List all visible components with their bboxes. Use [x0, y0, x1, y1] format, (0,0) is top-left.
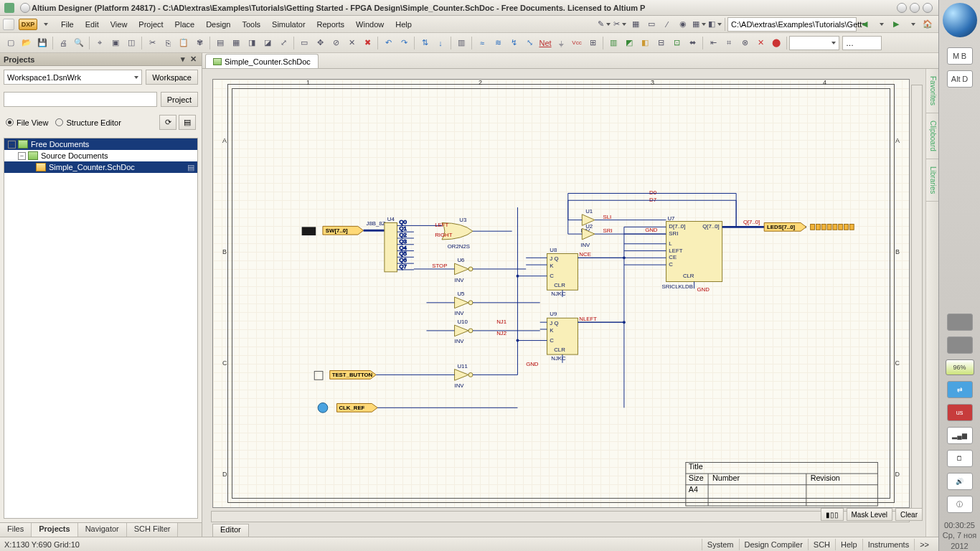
tray-volume-icon[interactable]: 🔊 [947, 473, 973, 490]
place-power-gnd-icon[interactable]: ⏚ [554, 36, 568, 50]
harness-entry-icon[interactable]: ⊡ [669, 36, 684, 50]
menu-simulator[interactable]: Simulator [266, 18, 311, 31]
place-wire-icon[interactable]: ≈ [475, 36, 489, 50]
copy-icon[interactable]: ⎘ [161, 36, 175, 50]
nav-back-drop[interactable] [873, 17, 887, 32]
menu-view[interactable]: View [105, 18, 133, 31]
stab-sch[interactable]: SCH [808, 539, 835, 550]
tab-projects[interactable]: Projects [32, 523, 77, 537]
tab-sch-filter[interactable]: SCH Filter [127, 523, 179, 537]
tool-chip-icon[interactable]: ▦ [628, 17, 643, 32]
horizontal-scrollbar[interactable] [211, 511, 910, 522]
mask-combo[interactable]: … [842, 36, 882, 50]
tray-drive2-icon[interactable] [947, 336, 973, 354]
tray-notes-icon[interactable]: 🗒 [947, 450, 973, 467]
zoom-fit-icon[interactable]: ▣ [108, 36, 123, 50]
undo-icon[interactable]: ↶ [381, 36, 395, 50]
tab-files[interactable]: Files [0, 523, 32, 537]
nav-fwd-drop[interactable] [905, 17, 919, 32]
selrect-icon[interactable]: ▭ [297, 36, 311, 50]
nav-home-icon[interactable]: 🏠 [920, 17, 935, 32]
mask-level-button[interactable]: Mask Level [847, 508, 893, 521]
app-menu-icon[interactable] [3, 19, 14, 30]
cross-icon[interactable]: ✕ [753, 36, 768, 50]
tree-config-icon[interactable]: ▤ [179, 115, 196, 130]
menu-tools[interactable]: Tools [236, 18, 266, 31]
browse-icon[interactable]: ▥ [454, 36, 468, 50]
stab-system[interactable]: System [702, 539, 739, 550]
tool-node-icon[interactable]: ◉ [676, 17, 690, 32]
place-netlabel-icon[interactable]: Net [538, 36, 552, 50]
dock-launcher-2[interactable]: Alt D [947, 70, 973, 88]
projects-tree[interactable]: −Free Documents −Source Documents Simple… [4, 138, 198, 519]
paste-icon[interactable]: 📋 [176, 36, 191, 50]
battery-indicator[interactable]: 96% [946, 359, 974, 375]
stamp-icon[interactable]: ✾ [192, 36, 207, 50]
maximize-button[interactable] [910, 3, 920, 13]
hier-icon[interactable]: ◨ [245, 36, 259, 50]
zoom-window-icon[interactable]: ⌖ [93, 36, 107, 50]
globe-icon[interactable] [943, 3, 977, 37]
nav-fwd-button[interactable]: ▶ [889, 17, 903, 32]
stab-help[interactable]: Help [835, 539, 862, 550]
move-icon[interactable]: ✥ [313, 36, 327, 50]
menu-project[interactable]: Project [133, 18, 169, 31]
file-path-combo[interactable]: C:\AD\extras\Examples\Tutorials\Gett [727, 17, 857, 32]
menu-file[interactable]: File [55, 18, 80, 31]
tab-clipboard[interactable]: Clipboard [926, 113, 938, 159]
align-left-icon[interactable]: ⇤ [706, 36, 720, 50]
file-view-radio[interactable]: File View [6, 118, 48, 127]
vertical-scrollbar[interactable] [911, 85, 923, 509]
nav-back-button[interactable]: ◀ [857, 17, 872, 32]
updown-icon[interactable]: ⇅ [418, 36, 432, 50]
workspace-combo[interactable]: Workspace1.DsnWrk [4, 70, 142, 85]
sheet-icon[interactable]: ▤ [213, 36, 227, 50]
schematic-canvas[interactable]: 1 2 3 4 A B C D A B C D SW[7..0] J8B_8 [202, 69, 938, 537]
menu-design[interactable]: Design [200, 18, 236, 31]
place-power-vcc-icon[interactable]: Vcc [570, 36, 584, 50]
save-icon[interactable]: 💾 [35, 36, 50, 50]
menu-place[interactable]: Place [169, 18, 201, 31]
tab-libraries[interactable]: Libraries [926, 159, 938, 202]
print-icon[interactable]: 🖨 [56, 36, 70, 50]
tree-doc-simple-counter[interactable]: Simple_Counter.SchDoc▤ [4, 161, 197, 173]
workspace-button[interactable]: Workspace [146, 70, 198, 85]
place-signal-icon[interactable]: ↯ [507, 36, 521, 50]
mask-slider-icon[interactable]: ▮▯▯ [821, 508, 844, 521]
tray-network-icon[interactable]: ▂▄▆ [947, 427, 973, 444]
tool-slash-icon[interactable]: ⁄ [660, 17, 674, 32]
cut-icon[interactable]: ✂ [145, 36, 159, 50]
filter-combo[interactable] [789, 36, 839, 50]
tab-favorites[interactable]: Favorites [926, 69, 938, 113]
clear-button[interactable]: Clear [895, 508, 923, 521]
tool-pencil-dropdown[interactable]: ✎ [597, 17, 611, 32]
document-tab-simple-counter[interactable]: Simple_Counter.SchDoc [205, 54, 319, 68]
preview-icon[interactable]: 🔍 [72, 36, 86, 50]
port-icon[interactable]: ⬌ [685, 36, 699, 50]
sheet-entry-icon[interactable]: ◩ [622, 36, 636, 50]
tray-info-icon[interactable]: ⓘ [947, 496, 973, 513]
menu-window[interactable]: Window [350, 18, 390, 31]
dock-launcher-1[interactable]: M B [947, 47, 973, 65]
tool-clip-dropdown[interactable]: ✂ [613, 17, 627, 32]
down-icon[interactable]: ↓ [433, 36, 448, 50]
redo-icon[interactable]: ↷ [397, 36, 411, 50]
window-menu-button[interactable] [20, 3, 30, 13]
dxp-button[interactable]: DXP [19, 19, 37, 30]
place-part-icon[interactable]: ⊞ [585, 36, 600, 50]
stab-design-compiler[interactable]: Design Compiler [739, 539, 808, 550]
stab-overflow[interactable]: >> [914, 539, 934, 550]
editor-tab[interactable]: Editor [212, 524, 249, 537]
project-button[interactable]: Project [161, 92, 198, 107]
minimize-button[interactable] [897, 3, 907, 13]
nav-icon[interactable]: ◪ [260, 36, 275, 50]
desktop-clock[interactable]: 00:30:25 Ср, 7 ноя 2012 [943, 520, 977, 551]
stab-instruments[interactable]: Instruments [862, 539, 914, 550]
tool-mask-icon[interactable]: ◧ [707, 17, 722, 32]
sheets-icon[interactable]: ▦ [229, 36, 243, 50]
menu-edit[interactable]: Edit [80, 18, 105, 31]
tool-rect-icon[interactable]: ▭ [644, 17, 659, 32]
crosshair-icon[interactable]: ✖ [360, 36, 374, 50]
refresh-icon[interactable]: ⟳ [159, 115, 176, 130]
tree-source-documents[interactable]: −Source Documents [4, 150, 197, 161]
